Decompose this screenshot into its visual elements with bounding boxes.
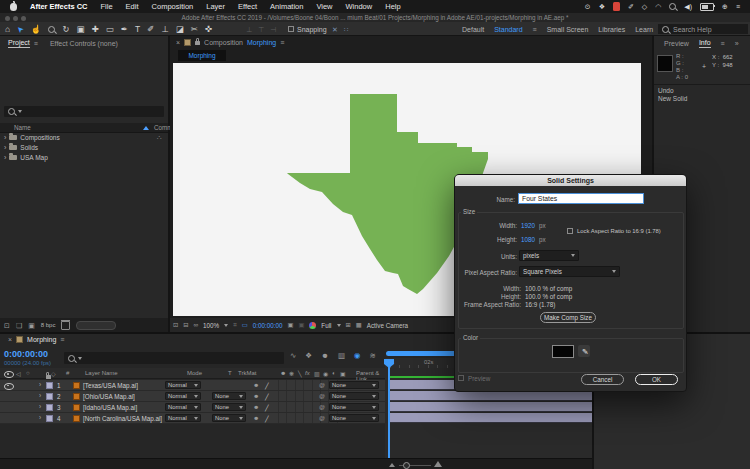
resolution-caret-icon[interactable] — [337, 324, 341, 327]
solo-column-icon[interactable]: ○ — [26, 370, 30, 376]
workspace-menu-icon[interactable] — [533, 26, 537, 33]
column-number[interactable]: # — [66, 370, 69, 376]
layer-disclosure-icon[interactable] — [39, 381, 41, 388]
blend-mode-dropdown[interactable]: Normal — [165, 414, 201, 422]
cancel-button[interactable]: Cancel — [581, 374, 624, 385]
layer-visibility-eye-icon[interactable] — [4, 383, 14, 390]
layer-name[interactable]: [Texas/USA Map.ai] — [83, 382, 138, 389]
close-icon[interactable] — [176, 39, 180, 46]
layer-duration-bar-north-carolina[interactable] — [390, 413, 592, 423]
home-tool-icon[interactable]: ⌂ — [5, 25, 10, 34]
viewer-tab-morphing[interactable]: Morphing — [178, 50, 226, 61]
project-item-label[interactable]: USA Map — [20, 154, 47, 161]
puppet-pin-tool-icon[interactable]: ✜ — [205, 25, 212, 34]
ok-button[interactable]: OK — [635, 374, 678, 385]
shy-toggle-icon[interactable]: ☻ — [253, 404, 259, 410]
shy-guy-icon[interactable]: ☻ — [321, 352, 329, 360]
timeline-panel-menu-icon[interactable] — [60, 336, 64, 343]
make-comp-size-button[interactable]: Make Comp Size — [540, 312, 596, 323]
adobe-app-icon[interactable] — [613, 2, 620, 11]
composition-panel-tab[interactable]: Composition Morphing — [176, 39, 284, 46]
snapping-control[interactable]: Snapping — [288, 22, 327, 36]
fx-switch-icon[interactable]: fx — [305, 370, 310, 376]
layer-label-chip[interactable] — [46, 393, 53, 400]
shy-switch-icon[interactable]: ☻ — [280, 370, 286, 376]
parent-dropdown[interactable]: None — [329, 403, 379, 411]
snapping-checkbox[interactable] — [288, 26, 294, 32]
sort-ascending-icon[interactable] — [143, 126, 149, 130]
shape-tool-icon[interactable]: ▭ — [106, 25, 114, 34]
menu-app-name[interactable]: After Effects CC — [30, 2, 88, 11]
help-search-box[interactable]: Search Help — [658, 24, 748, 34]
quality-toggle-icon[interactable]: ╱ — [265, 382, 269, 389]
selection-tool-icon[interactable]: ➤ — [15, 24, 25, 34]
layer-row-north-carolina[interactable]: 4 [North Carolina/USA Map.ai] Normal Non… — [0, 413, 385, 424]
width-value[interactable]: 1920 — [521, 222, 535, 229]
disclosure-icon[interactable] — [4, 154, 6, 161]
parent-pickwhip-icon[interactable]: @ — [319, 415, 325, 421]
eraser-tool-icon[interactable]: ◪ — [176, 25, 184, 34]
grid-guides-icon[interactable]: ▦ — [356, 322, 362, 328]
blend-mode-dropdown[interactable]: Normal — [165, 403, 201, 411]
layer-disclosure-icon[interactable] — [39, 403, 41, 410]
parent-dropdown[interactable]: None — [329, 392, 379, 400]
layer-duration-bar-ohio[interactable] — [390, 391, 592, 401]
tab-info[interactable]: Info — [699, 39, 711, 48]
type-tool-icon[interactable]: T — [135, 25, 140, 34]
workspace-tab-small-screen[interactable]: Small Screen — [547, 26, 589, 33]
ruler-icon[interactable]: ⌗ — [233, 322, 237, 328]
layer-row-ohio[interactable]: 2 [Ohio/USA Map.ai] Normal None ☻ ╱ @ No… — [0, 391, 385, 402]
timeline-zoom-slider-knob[interactable] — [403, 462, 410, 469]
solid-color-swatch[interactable] — [552, 345, 574, 358]
zoom-in-mountain-icon[interactable] — [434, 461, 442, 467]
history-item-undo[interactable]: Undo — [658, 87, 687, 95]
parent-pickwhip-icon[interactable]: @ — [319, 404, 325, 410]
menu-layer[interactable]: Layer — [206, 2, 225, 11]
panel-overflow-icon[interactable]: » — [735, 40, 739, 47]
adjustment-switch-icon[interactable]: ◐ — [332, 370, 336, 376]
shy-toggle-icon[interactable]: ☻ — [253, 382, 259, 388]
pixel-aspect-icon[interactable]: ⊞ — [346, 322, 351, 328]
column-name[interactable]: Name — [14, 124, 31, 131]
menu-view[interactable]: View — [316, 2, 332, 11]
composition-panel-menu-icon[interactable] — [280, 39, 284, 46]
workspace-tab-default[interactable]: Default — [462, 26, 484, 33]
trkmat-dropdown[interactable]: None — [212, 414, 246, 422]
project-bit-depth[interactable]: 8 bpc — [41, 322, 56, 328]
graph-editor-icon[interactable]: ≋ — [370, 352, 376, 360]
column-layer-name[interactable]: Layer Name — [85, 370, 118, 376]
wifi-icon[interactable]: ◠ — [655, 3, 661, 10]
new-folder-icon[interactable]: ❏ — [16, 322, 22, 329]
align-right-icon[interactable]: ⊣ — [270, 26, 276, 33]
pan-behind-tool-icon[interactable]: ✚ — [92, 25, 99, 34]
project-panel-menu-icon[interactable] — [34, 40, 38, 47]
info-panel-menu-icon[interactable] — [721, 40, 725, 47]
rotate-tool-icon[interactable]: ↻ — [62, 25, 69, 34]
control-center-icon[interactable]: ≡ — [736, 3, 740, 10]
pen-tool-icon[interactable]: ✒ — [121, 25, 128, 34]
layer-disclosure-icon[interactable] — [39, 414, 41, 421]
disclosure-icon[interactable] — [4, 134, 6, 141]
project-scrollbar[interactable] — [76, 321, 116, 330]
trash-icon[interactable] — [61, 321, 70, 330]
workspace-tab-learn[interactable]: Learn — [635, 26, 653, 33]
resolution-value[interactable]: Full — [321, 322, 331, 329]
preview-checkbox[interactable] — [458, 375, 464, 381]
layer-label-chip[interactable] — [46, 415, 53, 422]
show-snapshot-icon[interactable]: ▣ — [298, 322, 304, 328]
eyedropper-icon[interactable]: ✐ — [578, 345, 590, 357]
region-of-interest-icon[interactable]: ▭ — [242, 322, 248, 328]
layer-name[interactable]: [North Carolina/USA Map.ai] — [83, 415, 162, 422]
wireframe-icon[interactable]: ❖ — [305, 352, 312, 360]
threed-switch-icon[interactable]: ▣ — [340, 370, 346, 377]
brush-tool-icon[interactable]: ✐ — [147, 25, 154, 34]
menu-animation[interactable]: Animation — [270, 2, 303, 11]
flowchart-icon[interactable]: ∴ — [157, 134, 161, 142]
project-item-usa-map[interactable]: USA Map — [4, 154, 48, 161]
close-icon[interactable] — [8, 336, 12, 343]
dropbox-icon[interactable]: ❖ — [599, 3, 605, 10]
viewer-zoom-value[interactable]: 100% — [203, 322, 219, 329]
zoom-caret-icon[interactable] — [224, 324, 228, 327]
menu-file[interactable]: File — [101, 2, 113, 11]
pixel-aspect-ratio-dropdown[interactable]: Square Pixels — [519, 266, 620, 277]
